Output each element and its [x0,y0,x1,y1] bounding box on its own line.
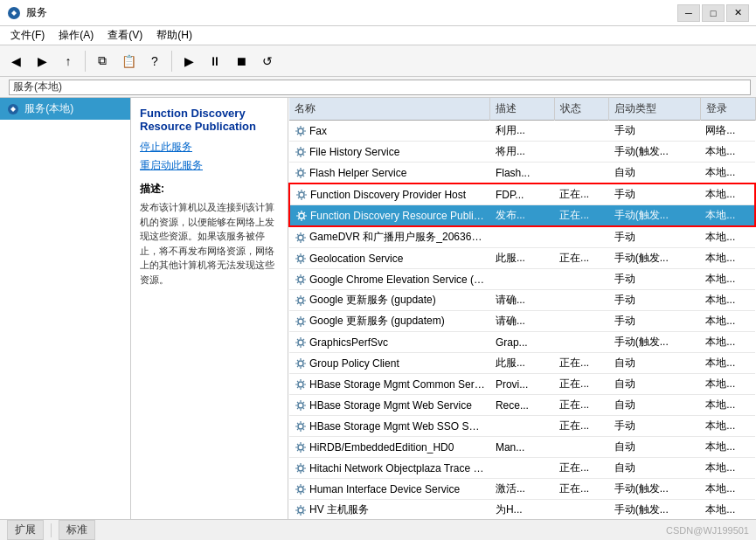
service-description: 发布该计算机以及连接到该计算机的资源，以便能够在网络上发现这些资源。如果该服务被… [140,200,279,287]
menu-action[interactable]: 操作(A) [52,26,101,45]
service-status-cell: 正在... [554,458,609,479]
service-desc-cell: Rece... [490,395,554,416]
table-row[interactable]: Flash Helper ServiceFlash...自动本地... [289,163,755,184]
col-header-name[interactable]: 名称 [289,98,490,121]
table-row[interactable]: HBase Storage Mgmt Common ServiceProvi..… [289,374,755,395]
service-login-cell: 本地... [700,374,755,395]
col-header-status[interactable]: 状态 [554,98,609,121]
col-header-login[interactable]: 登录 [700,98,755,121]
restart-button[interactable]: ↺ [255,49,280,73]
gear-icon [295,357,307,370]
minimize-button[interactable]: ─ [677,4,700,22]
table-row[interactable]: Function Discovery Provider HostFDP...正在… [289,183,755,205]
service-desc-cell: 为H... [490,500,554,520]
table-row[interactable]: GraphicsPerfSvcGrap...手动(触发...本地... [289,332,755,353]
help-button[interactable]: ? [142,49,167,73]
service-startup-cell: 手动 [609,183,701,205]
service-startup-cell: 手动 [609,226,701,248]
table-row[interactable]: Google 更新服务 (gupdatem)请确...手动本地... [289,311,755,332]
gear-icon [295,378,307,391]
tab-standard[interactable]: 标准 [59,520,95,540]
service-status-cell: 正在... [554,374,609,395]
service-login-cell: 本地... [700,226,755,248]
name-cell: HBase Storage Mgmt Common Service [295,378,485,391]
paste-button[interactable]: 📋 [116,49,141,73]
table-row[interactable]: File History Service将用...手动(触发...本地... [289,142,755,163]
service-status-cell [554,226,609,248]
gear-icon [295,273,307,286]
service-name: GraphicsPerfSvc [309,336,388,349]
service-table: 名称 描述 状态 启动类型 登录 Fax利用...手动网络... File Hi… [288,98,756,519]
play-button[interactable]: ▶ [177,49,201,73]
service-startup-cell: 手动 [609,269,701,290]
pause-button[interactable]: ⏸ [203,49,227,73]
table-row[interactable]: Group Policy Client此服...正在...自动本地... [289,353,755,374]
table-row[interactable]: HBase Storage Mgmt Web ServiceRece...正在.… [289,395,755,416]
copy-button[interactable]: ⧉ [90,49,114,73]
service-desc-cell: 请确... [490,290,554,311]
table-row[interactable]: Google Chrome Elevation Service (Goo...手… [289,269,755,290]
menu-help[interactable]: 帮助(H) [149,26,199,45]
gear-icon [295,294,307,307]
table-row[interactable]: Function Discovery Resource Publication发… [289,205,755,227]
svg-point-5 [299,192,304,197]
table-row[interactable]: Google 更新服务 (gupdate)请确...手动本地... [289,290,755,311]
svg-point-15 [298,403,303,408]
service-status-cell [554,311,609,332]
table-row[interactable]: Fax利用...手动网络... [289,121,755,142]
col-header-startup[interactable]: 启动类型 [609,98,701,121]
service-name: GameDVR 和广播用户服务_20636c58 [309,230,485,245]
service-login-cell: 本地... [700,163,755,184]
service-desc-cell [490,458,554,479]
service-desc-cell: 激活... [490,479,554,500]
service-status-cell: 正在... [554,205,609,227]
service-name: Fax [309,125,327,137]
service-login-cell: 本地... [700,311,755,332]
sidebar-item-local[interactable]: 服务(本地) [0,98,130,120]
name-cell: HiRDB/EmbeddedEdition_HD0 [295,441,485,453]
table-row[interactable]: Geolocation Service此服...正在...手动(触发...本地.… [289,248,755,269]
back-button[interactable]: ◀ [3,49,28,73]
menu-file[interactable]: 文件(F) [3,26,52,45]
name-cell: Group Policy Client [295,357,485,370]
service-name: HBase Storage Mgmt Web Service [309,399,472,412]
service-status-cell: 正在... [554,395,609,416]
table-row[interactable]: GameDVR 和广播用户服务_20636c58手动本地... [289,226,755,248]
service-login-cell: 本地... [700,500,755,520]
table-row[interactable]: Hitachi Network Objectplaza Trace Mo...正… [289,458,755,479]
address-path-text: 服务(本地) [13,80,62,94]
service-startup-cell: 手动(触发... [609,332,701,353]
service-login-cell: 本地... [700,183,755,205]
menu-view[interactable]: 查看(V) [101,26,149,45]
table-row[interactable]: HiRDB/EmbeddedEdition_HD0Man...自动本地... [289,437,755,458]
table-header-row: 名称 描述 状态 启动类型 登录 [289,98,755,121]
service-status-cell: 正在... [554,353,609,374]
gear-icon [295,462,307,474]
close-button[interactable]: ✕ [726,4,749,22]
table-row[interactable]: Human Interface Device Service激活...正在...… [289,479,755,500]
service-table-container[interactable]: 名称 描述 状态 启动类型 登录 Fax利用...手动网络... File Hi… [288,98,756,519]
table-row[interactable]: HV 主机服务为H...手动(触发...本地... [289,500,755,520]
app-icon [7,6,21,20]
service-name: HiRDB/EmbeddedEdition_HD0 [309,441,454,453]
service-status-cell: 正在... [554,416,609,437]
service-login-cell: 本地... [700,416,755,437]
name-cell: Hitachi Network Objectplaza Trace Mo... [295,462,485,474]
tab-extended[interactable]: 扩展 [7,520,44,540]
up-button[interactable]: ↑ [56,49,80,73]
service-desc-cell: 此服... [490,248,554,269]
stop-button[interactable]: ⏹ [229,49,253,73]
service-startup-cell: 手动 [609,121,701,142]
service-login-cell: 本地... [700,458,755,479]
window-title: 服务 [26,5,47,20]
service-status-cell [554,437,609,458]
forward-button[interactable]: ▶ [30,49,54,73]
service-startup-cell: 手动(触发... [609,205,701,227]
restart-service-link[interactable]: 重启动此服务 [140,158,279,173]
table-row[interactable]: HBase Storage Mgmt Web SSO Service正在...手… [289,416,755,437]
col-header-desc[interactable]: 描述 [490,98,554,121]
name-cell: Flash Helper Service [295,167,485,179]
restore-button[interactable]: □ [702,4,725,22]
svg-point-18 [298,466,303,471]
stop-service-link[interactable]: 停止此服务 [140,140,279,155]
